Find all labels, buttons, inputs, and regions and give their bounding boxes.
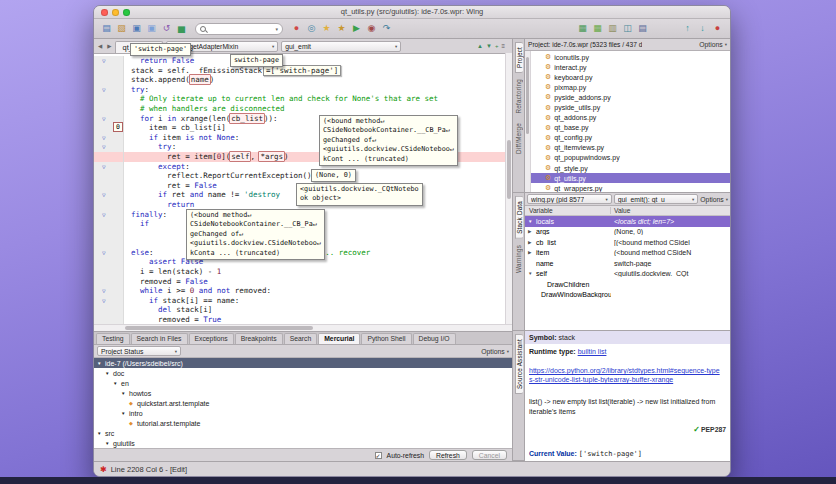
tool-tab-python-shell[interactable]: Python Shell (361, 333, 411, 344)
project-file-row[interactable]: ⚙qt_utils.py (531, 173, 730, 183)
project-vertical-scrollbar[interactable] (525, 51, 531, 192)
expand-icon[interactable]: ▼ (105, 441, 111, 446)
value-column-header[interactable]: Value (611, 207, 730, 214)
code-line[interactable]: i = len(stack) - 1 (94, 267, 512, 277)
bookmark-icon[interactable]: ★ (320, 22, 333, 35)
snippets-icon[interactable]: ▦ (591, 22, 604, 35)
side-tab-diff-merge[interactable]: Diff/Merge (515, 119, 522, 158)
code-usage-icon[interactable]: ▅ (175, 22, 188, 35)
revert-icon[interactable]: ↺ (160, 22, 173, 35)
fold-toggle-icon[interactable]: ▽ (94, 210, 124, 220)
next-symbol-icon[interactable]: ▼ (486, 43, 492, 49)
stack-options-button[interactable]: Options ▾ (700, 196, 728, 203)
code-line[interactable]: ▽try: (94, 85, 512, 95)
step-over-icon[interactable]: ↷ (380, 22, 393, 35)
search-options-chevron-icon[interactable]: ▾ (275, 26, 278, 32)
expand-icon[interactable]: ▼ (528, 271, 534, 276)
schedule-icon[interactable]: ▥ (606, 22, 619, 35)
tool-tab-mercurial[interactable]: Mercurial (318, 333, 360, 344)
docs-icon[interactable]: ▤ (636, 22, 649, 35)
documentation-link[interactable]: https://docs.python.org/2/library/stdtyp… (525, 366, 725, 384)
hg-tree-row[interactable]: ▼doc (94, 368, 512, 378)
minimize-window-button[interactable] (112, 9, 119, 16)
error-indicator-icon[interactable]: ✱ (100, 465, 107, 474)
toolbar-search-field[interactable]: ▾ (195, 23, 283, 35)
fold-toggle-icon[interactable]: ▽ (94, 162, 124, 172)
cancel-button[interactable]: Cancel (472, 450, 507, 460)
project-file-row[interactable]: ⚙pyside_addons.py (531, 92, 730, 102)
project-file-row[interactable]: ⚙keyboard.py (531, 72, 730, 82)
project-file-row[interactable]: ⚙qt_config.py (531, 133, 730, 143)
tool-tab-breakpoints[interactable]: Breakpoints (235, 333, 283, 344)
project-file-row[interactable]: ⚙qt_base.py (531, 123, 730, 133)
expand-icon[interactable]: ▶ (528, 229, 534, 234)
stack-variable-row[interactable]: nameswitch-page (525, 258, 730, 269)
save-all-icon[interactable]: ▣ (145, 22, 158, 35)
fold-toggle-icon[interactable]: ▽ (94, 85, 124, 95)
scroll-up-icon[interactable]: ↑ (681, 22, 694, 35)
tool-tab-debug-i-o[interactable]: Debug I/O (413, 333, 456, 344)
code-line[interactable]: stack.append(name) (94, 75, 512, 85)
expand-icon[interactable]: ▶ (528, 250, 534, 255)
window-titlebar[interactable]: qt_utils.py (src/guiutils): ide-7.0s.wpr… (94, 6, 730, 19)
code-line[interactable]: del stack[i] (94, 305, 512, 315)
tool-tab-testing[interactable]: Testing (96, 333, 130, 344)
fold-toggle-icon[interactable]: ▽ (94, 56, 124, 66)
hg-tree-row[interactable]: ▼intro (94, 408, 512, 418)
tool-tab-search[interactable]: Search (284, 333, 318, 344)
expand-icon[interactable]: ▼ (97, 431, 103, 436)
debug-icon[interactable]: ◉ (365, 22, 378, 35)
expand-icon[interactable]: ▼ (121, 411, 127, 416)
code-line[interactable]: ▽ if stack[i] == name: (94, 296, 512, 306)
scroll-down-icon[interactable]: ↓ (696, 22, 709, 35)
hg-tree-row[interactable]: ◆tutorial.arst.template (94, 418, 512, 428)
code-line[interactable]: removed = False (94, 277, 512, 287)
hg-tree-row[interactable]: ▼ide-7 (/Users/sdeibel/src) (94, 358, 512, 368)
run-icon[interactable]: ▶ (350, 22, 363, 35)
hg-tree-row[interactable]: ◆quickstart.arst.template (94, 398, 512, 408)
expand-icon[interactable]: ▼ (105, 371, 111, 376)
hg-tree-row[interactable]: ▼src (94, 428, 512, 438)
project-file-row[interactable]: ⚙pixmap.py (531, 82, 730, 92)
expand-icon[interactable]: ▶ (528, 240, 534, 245)
project-file-row[interactable]: ⚙qt_itemviews.py (531, 143, 730, 153)
split-editor-icon[interactable]: + (495, 43, 499, 49)
stack-variable-row[interactable]: ▼self<guiutils.dockview._CQt (525, 269, 730, 280)
close-window-button[interactable] (101, 9, 108, 16)
fold-toggle-icon[interactable]: ▽ (94, 190, 124, 200)
code-line[interactable]: ▽ while i >= 0 and not removed: (94, 286, 512, 296)
editor-vertical-scrollbar[interactable] (505, 53, 512, 324)
code-line[interactable]: # Only iterate up to current len and che… (94, 94, 512, 104)
project-file-row[interactable]: ⚙interact.py (531, 62, 730, 72)
symbol-combo[interactable]: gui_emit ▾ (281, 41, 401, 52)
side-tab-source-assistant[interactable]: Source Assistant (515, 334, 523, 394)
runtime-type-link[interactable]: builtin list (578, 348, 607, 355)
debug-process-combo[interactable]: wing.py (pid 8577 ▾ (527, 194, 612, 204)
project-file-row[interactable]: ⚙qt_popupwindows.py (531, 153, 730, 163)
code-line[interactable]: removed = True (94, 315, 512, 324)
editor-menu-icon[interactable]: ≡ (501, 43, 505, 49)
variable-column-header[interactable]: Variable (525, 207, 611, 214)
next-bookmark-icon[interactable]: ★ (335, 22, 348, 35)
stack-variable-row[interactable]: ▶item(<bound method CSideN (525, 248, 730, 259)
scrollbar-thumb[interactable] (507, 140, 511, 200)
stack-variable-row[interactable]: ▶cb_list[(<bound method CSidel (525, 237, 730, 248)
side-tab-stack-data[interactable]: Stack Data (515, 196, 523, 239)
hg-tree-row[interactable]: ▼howtos (94, 388, 512, 398)
fold-toggle-icon[interactable]: ▽ (94, 286, 124, 296)
pep-badge[interactable]: ✓ PEP287 (693, 425, 726, 434)
tool-tab-search-in-files[interactable]: Search in Files (131, 333, 188, 344)
stack-variable-row[interactable]: DrawChildren (525, 279, 730, 290)
history-forward-button[interactable]: ▶ (106, 43, 112, 49)
stack-frame-combo[interactable]: gui_emit(): qt_u ▾ (614, 194, 699, 204)
expand-icon[interactable]: ▼ (113, 381, 119, 386)
scrollbar-thumb[interactable] (526, 57, 529, 135)
side-tab-project[interactable]: Project (515, 42, 523, 73)
hg-view-combo[interactable]: Project Status ▾ (97, 346, 181, 356)
scrollbar-thumb[interactable] (125, 326, 313, 330)
project-file-row[interactable]: ⚙pyside_utils.py (531, 102, 730, 112)
expand-icon[interactable]: ▼ (121, 391, 127, 396)
save-icon[interactable]: ▣ (130, 22, 143, 35)
new-file-icon[interactable]: ▤ (100, 22, 113, 35)
stop-debug-icon[interactable]: ● (711, 22, 724, 35)
